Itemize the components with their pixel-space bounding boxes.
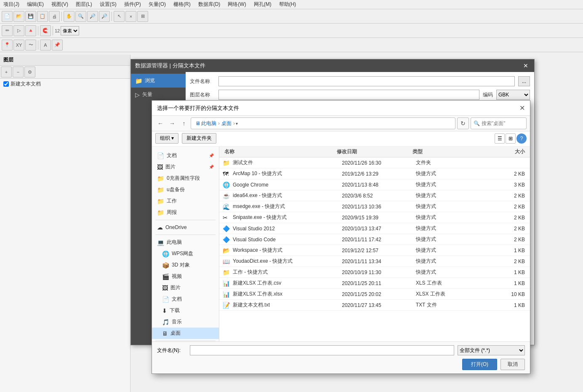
nav-up-btn[interactable]: ↑	[179, 118, 189, 128]
file-type-4: 快捷方式	[414, 203, 488, 210]
fileopen-close-btn[interactable]: ✕	[519, 104, 525, 112]
sidebar-item-browse[interactable]: 📁 浏览	[131, 74, 186, 88]
menu-project[interactable]: 项目(J)	[2, 0, 21, 9]
menu-plugins[interactable]: 插件(P)	[122, 0, 143, 9]
fs-item-desktop[interactable]: 🖥 桌面	[152, 328, 219, 339]
menu-view[interactable]: 视图(V)	[50, 0, 70, 9]
layer-add-btn[interactable]: +	[1, 67, 12, 77]
tb-saveas[interactable]: 📋	[37, 11, 48, 22]
menu-settings[interactable]: 设置(S)	[98, 0, 118, 9]
fs-item-docs[interactable]: 📄 文档 📌	[152, 150, 219, 161]
details-view-btn[interactable]: ⊞	[506, 133, 516, 144]
filename-input[interactable]	[218, 76, 515, 86]
tb-zoomin[interactable]: 🔎	[87, 11, 98, 22]
fs-item-documents[interactable]: 📄 文档	[152, 293, 219, 305]
tb-route[interactable]: 〜	[25, 40, 36, 51]
table-row[interactable]: 📊 新建XLSX 工作表.xlsx 2020/11/25 20:02 XLSX …	[219, 289, 530, 300]
fs-item-video[interactable]: 🎬 视频	[152, 271, 219, 282]
col-name-header[interactable]: 名称	[223, 148, 335, 155]
fs-item-downloads[interactable]: ⬇ 下载	[152, 305, 219, 316]
breadcrumb-computer[interactable]: 🖥 此电脑	[194, 120, 218, 127]
tb-identify[interactable]: 🔍	[75, 11, 86, 22]
encoding-select[interactable]: GBK UTF-8	[496, 90, 530, 100]
tb-save[interactable]: 💾	[25, 11, 36, 22]
fs-item-3d[interactable]: 📦 3D 对象	[152, 259, 219, 271]
tb-digitize3[interactable]: 🔺	[25, 25, 36, 36]
table-row[interactable]: 📝 新建文本文档.txt 2020/11/27 13:45 TXT 文件 1 K…	[219, 300, 530, 311]
table-row[interactable]: ☕ idea64.exe - 快捷方式 2020/3/6 8:52 快捷方式 2…	[219, 190, 530, 201]
organize-btn[interactable]: 组织 ▾	[155, 133, 178, 144]
fs-item-thispc[interactable]: 💻 此电脑	[152, 237, 219, 248]
breadcrumb-desktop[interactable]: 桌面	[220, 120, 233, 127]
menu-layer[interactable]: 图层(L)	[74, 0, 94, 9]
tb-pin[interactable]: 📌	[52, 40, 63, 51]
table-row[interactable]: 📊 新建XLSX 工作表.csv 2020/11/25 20:11 XLS 工作…	[219, 278, 530, 289]
sidebar-item-vector[interactable]: ▷ 矢量	[131, 88, 186, 101]
table-row[interactable]: 🔷 Visual Studio Code 2020/11/11 17:42 快捷…	[219, 234, 530, 245]
tb-print[interactable]: 🖨	[49, 11, 60, 22]
fs-item-fields[interactable]: 📁 0充善属性字段	[152, 173, 219, 184]
fs-item-pics[interactable]: 🖼 图片 📌	[152, 161, 219, 173]
fs-item-work[interactable]: 📁 工作	[152, 195, 219, 207]
tb-attr[interactable]: ⊞	[137, 11, 148, 22]
fs-item-weekly[interactable]: 📁 周报	[152, 207, 219, 218]
search-input[interactable]	[482, 120, 524, 126]
breadcrumb-dropdown[interactable]: ▾	[235, 120, 239, 127]
tb-zoomout[interactable]: 🔎	[99, 11, 110, 22]
col-type-header[interactable]: 类型	[411, 148, 487, 155]
filename-bottom-input[interactable]	[190, 345, 454, 355]
tb-new[interactable]: 📄	[2, 11, 13, 22]
menu-raster[interactable]: 栅格(R)	[172, 0, 192, 9]
table-row[interactable]: 🔷 Visual Studio 2012 2020/10/13 13:47 快捷…	[219, 223, 530, 234]
col-modified-header[interactable]: 修改日期	[335, 148, 411, 155]
fs-item-images[interactable]: 🖼 图片	[152, 282, 219, 293]
cancel-button[interactable]: 取消	[500, 359, 525, 370]
fs-item-onedrive[interactable]: ☁ OneDrive	[152, 222, 219, 233]
tb-open[interactable]: 📂	[13, 11, 24, 22]
layername-input[interactable]	[218, 90, 479, 100]
table-row[interactable]: 🗺 ArcMap 10 - 快捷方式 2019/12/6 13:29 快捷方式 …	[219, 168, 530, 179]
menu-edit[interactable]: 编辑(E)	[25, 0, 45, 9]
col-size-header[interactable]: 大小	[487, 148, 527, 155]
table-row[interactable]: 📁 测试文件 2020/11/26 16:30 文件夹	[219, 157, 530, 168]
filename-more-btn[interactable]: ...	[518, 76, 530, 86]
list-view-btn[interactable]: ☰	[495, 133, 505, 144]
new-folder-btn[interactable]: 新建文件夹	[182, 133, 216, 144]
table-row[interactable]: 🌐 Google Chrome 2020/11/13 8:48 快捷方式 3 K…	[219, 179, 530, 190]
table-row[interactable]: 📂 Workspace - 快捷方式 2019/12/2 12:57 快捷方式 …	[219, 245, 530, 256]
layer-checkbox[interactable]	[3, 81, 9, 87]
tb-digitize1[interactable]: ✏	[2, 25, 13, 36]
table-row[interactable]: 🌊 msedge.exe - 快捷方式 2020/11/13 10:36 快捷方…	[219, 201, 530, 212]
tb-coord[interactable]: 📍	[2, 40, 13, 51]
tb-digitize2[interactable]: ▷	[13, 25, 24, 36]
layer-filter-btn[interactable]: ⚙	[24, 67, 35, 77]
tb-pan[interactable]: ✋	[64, 11, 75, 22]
breadcrumb-desktop-label: 桌面	[221, 120, 232, 127]
menu-network[interactable]: 网络(W)	[226, 0, 248, 9]
menu-database[interactable]: 数据库(D)	[197, 0, 222, 9]
fs-item-udisk[interactable]: 📁 u盘备份	[152, 184, 219, 195]
menu-help[interactable]: 帮助(H)	[277, 0, 298, 9]
tb-label[interactable]: A	[40, 40, 51, 51]
layer-item-0[interactable]: 新建文本文档	[0, 79, 130, 89]
menu-vector[interactable]: 矢量(O)	[147, 0, 168, 9]
table-row[interactable]: 📖 YoudaoDict.exe - 快捷方式 2020/11/11 13:34…	[219, 256, 530, 267]
pixel-unit-select[interactable]: 像素	[61, 26, 79, 35]
datasource-close-btn[interactable]: ✕	[522, 62, 530, 69]
menu-mesh[interactable]: 网孔(M)	[252, 0, 273, 9]
table-row[interactable]: 📁 工作 - 快捷方式 2020/10/19 11:30 快捷方式 1 KB	[219, 267, 530, 278]
filetype-select[interactable]: 全部文件 (*.*)	[458, 345, 525, 355]
nav-forward-btn[interactable]: →	[167, 118, 177, 128]
tb-deselect[interactable]: ×	[125, 11, 136, 22]
open-button[interactable]: 打开(O)	[462, 359, 497, 370]
tb-snapping[interactable]: 🧲	[40, 25, 51, 36]
help-btn[interactable]: ?	[516, 133, 527, 144]
layer-remove-btn[interactable]: −	[13, 67, 24, 77]
table-row[interactable]: ✂ Snipaste.exe - 快捷方式 2020/9/15 19:39 快捷…	[219, 212, 530, 223]
fs-item-wps[interactable]: 🌐 WPS网盘	[152, 248, 219, 259]
fs-item-music[interactable]: 🎵 音乐	[152, 316, 219, 328]
tb-select[interactable]: ↖	[114, 11, 125, 22]
refresh-btn[interactable]: ↻	[457, 117, 469, 129]
nav-back-btn[interactable]: ←	[155, 118, 165, 128]
tb-coord2[interactable]: XY	[13, 40, 24, 51]
